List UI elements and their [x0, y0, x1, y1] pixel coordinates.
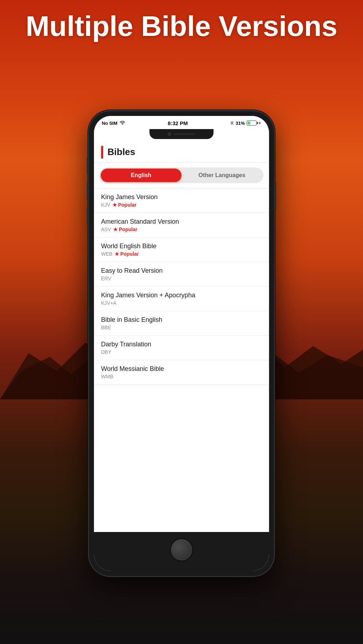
tab-english[interactable]: English — [101, 169, 182, 182]
bible-list-item[interactable]: King James Version + ApocryphaKJV+A — [94, 287, 269, 311]
popular-badge: ★ Popular — [113, 227, 137, 232]
bible-version-code: ASV — [101, 227, 111, 232]
bible-version-code: BBE — [101, 325, 111, 330]
bible-version-code: WEB — [101, 251, 112, 257]
carrier-text: No SIM — [102, 121, 117, 126]
charging-icon — [258, 121, 261, 125]
tab-bar[interactable]: English Other Languages — [100, 167, 263, 183]
bible-version-meta: KJV★ Popular — [101, 202, 262, 208]
app-header: Bibles — [94, 141, 269, 163]
home-button[interactable] — [171, 539, 192, 560]
star-icon: ★ — [113, 227, 118, 232]
battery-percent: 31% — [236, 121, 245, 126]
bible-version-name: Bible in Basic English — [101, 316, 262, 324]
bible-version-meta: ERV — [101, 276, 262, 281]
bible-version-code: KJV — [101, 202, 110, 208]
bluetooth-icon — [230, 121, 234, 126]
bible-version-name: King James Version — [101, 193, 262, 201]
phone-frame: No SIM 8:32 PM 31% — [89, 111, 274, 576]
bible-version-name: American Standard Version — [101, 218, 262, 225]
bible-version-meta: WEB★ Popular — [101, 251, 262, 257]
notch — [149, 129, 214, 139]
bible-version-code: ERV — [101, 276, 111, 281]
bible-version-name: Darby Translation — [101, 341, 262, 348]
bible-version-name: World English Bible — [101, 243, 262, 250]
bible-version-meta: ASV★ Popular — [101, 227, 262, 232]
bible-version-name: King James Version + Apocrypha — [101, 292, 262, 299]
phone-device: No SIM 8:32 PM 31% — [89, 111, 274, 576]
bible-version-name: World Messianic Bible — [101, 365, 262, 373]
bible-list-item[interactable]: Bible in Basic EnglishBBE — [94, 311, 269, 336]
bible-version-meta: KJV+A — [101, 300, 262, 306]
bible-version-list: King James VersionKJV★ PopularAmerican S… — [94, 188, 269, 385]
status-left: No SIM — [102, 121, 125, 126]
bible-version-code: WMB — [101, 374, 113, 379]
bible-version-name: Easy to Read Version — [101, 267, 262, 275]
app-screen: Bibles English Other Languages King Jame… — [94, 141, 269, 532]
bible-list-item[interactable]: World Messianic BibleWMB — [94, 360, 269, 385]
bible-version-code: KJV+A — [101, 300, 116, 306]
front-camera — [168, 132, 171, 136]
status-time: 8:32 PM — [168, 120, 188, 126]
star-icon: ★ — [112, 202, 117, 208]
wifi-icon — [120, 121, 125, 125]
battery-indicator — [247, 121, 257, 126]
status-bar: No SIM 8:32 PM 31% — [94, 116, 269, 129]
bible-version-meta: DBY — [101, 349, 262, 355]
star-icon: ★ — [115, 251, 119, 257]
notch-area — [94, 129, 269, 141]
bible-list-item[interactable]: Easy to Read VersionERV — [94, 262, 269, 287]
bible-list-item[interactable]: World English BibleWEB★ Popular — [94, 238, 269, 262]
bible-list-item[interactable]: Darby TranslationDBY — [94, 336, 269, 360]
popular-badge: ★ Popular — [112, 202, 137, 208]
tab-other-languages[interactable]: Other Languages — [182, 169, 262, 182]
bible-version-code: DBY — [101, 349, 111, 355]
bible-list-item[interactable]: American Standard VersionASV★ Popular — [94, 213, 269, 238]
home-button-area — [94, 532, 269, 571]
app-title: Bibles — [107, 147, 135, 158]
popular-badge: ★ Popular — [115, 251, 139, 257]
bible-list-item[interactable]: King James VersionKJV★ Popular — [94, 188, 269, 213]
bible-version-meta: WMB — [101, 374, 262, 379]
speaker — [174, 133, 195, 135]
phone-screen: No SIM 8:32 PM 31% — [94, 116, 269, 571]
bible-version-meta: BBE — [101, 325, 262, 330]
hero-title: Multiple Bible Versions — [0, 0, 363, 42]
status-right: 31% — [230, 121, 261, 126]
red-accent-bar — [101, 146, 103, 159]
